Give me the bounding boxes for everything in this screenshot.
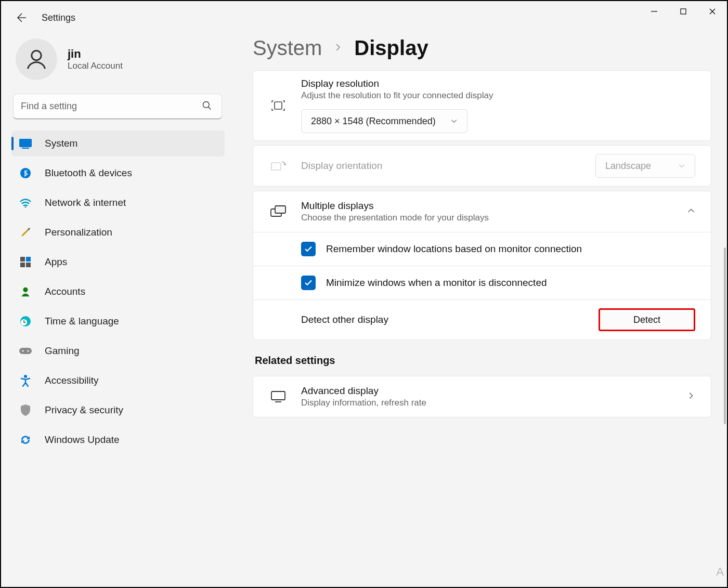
advanced-display-card[interactable]: Advanced display Display information, re… bbox=[253, 376, 711, 417]
maximize-button[interactable] bbox=[669, 1, 698, 22]
svg-rect-7 bbox=[19, 139, 32, 147]
sidebar-item-label: Privacy & security bbox=[45, 404, 123, 416]
multiple-displays-icon bbox=[269, 205, 288, 218]
app-title: Settings bbox=[42, 12, 75, 23]
sidebar-item-network[interactable]: Network & internet bbox=[11, 190, 225, 216]
back-button[interactable] bbox=[15, 10, 29, 25]
advanced-title: Advanced display bbox=[301, 385, 673, 397]
close-button[interactable] bbox=[698, 1, 727, 22]
resolution-icon bbox=[269, 99, 288, 112]
sidebar-item-accessibility[interactable]: Accessibility bbox=[11, 368, 225, 394]
back-arrow-icon bbox=[16, 11, 28, 24]
remember-locations-checkbox[interactable] bbox=[301, 242, 316, 256]
multiple-title: Multiple displays bbox=[301, 200, 673, 212]
resolution-selected: 2880 × 1548 (Recommended) bbox=[311, 116, 436, 127]
scrollbar-thumb[interactable] bbox=[724, 247, 726, 424]
ime-indicator: A bbox=[716, 565, 724, 579]
sidebar-item-label: Accounts bbox=[45, 286, 85, 297]
search-wrapper bbox=[14, 94, 225, 119]
svg-rect-25 bbox=[275, 206, 285, 213]
detect-label: Detect other display bbox=[301, 314, 388, 325]
profile-subtitle: Local Account bbox=[68, 61, 123, 71]
resolution-title: Display resolution bbox=[301, 78, 695, 89]
sidebar-item-accounts[interactable]: Accounts bbox=[11, 279, 225, 305]
sidebar-item-bluetooth[interactable]: Bluetooth & devices bbox=[11, 160, 225, 186]
detect-display-row: Detect other display Detect bbox=[253, 299, 711, 339]
sidebar-item-apps[interactable]: Apps bbox=[11, 249, 225, 275]
svg-point-4 bbox=[32, 51, 41, 60]
sidebar-item-label: Network & internet bbox=[45, 197, 126, 208]
sidebar-item-label: Windows Update bbox=[45, 434, 120, 446]
svg-rect-23 bbox=[271, 163, 281, 170]
breadcrumb-parent[interactable]: System bbox=[253, 36, 322, 60]
svg-point-19 bbox=[22, 350, 24, 352]
orientation-icon bbox=[269, 160, 288, 172]
wifi-icon bbox=[19, 196, 32, 210]
sidebar-item-update[interactable]: Windows Update bbox=[11, 427, 225, 453]
detect-button[interactable]: Detect bbox=[599, 308, 695, 331]
search-input[interactable] bbox=[14, 94, 222, 119]
resolution-subtitle: Adjust the resolution to fit your connec… bbox=[301, 90, 695, 101]
sidebar-item-system[interactable]: System bbox=[11, 130, 225, 156]
chevron-right-icon bbox=[333, 43, 343, 54]
minimize-windows-row[interactable]: Minimize windows when a monitor is disco… bbox=[253, 266, 711, 299]
brush-icon bbox=[19, 226, 32, 239]
minimize-icon bbox=[651, 8, 658, 15]
display-orientation-card: Display orientation Landscape bbox=[253, 145, 711, 187]
avatar bbox=[16, 38, 57, 80]
maximize-icon bbox=[680, 8, 687, 15]
orientation-selected: Landscape bbox=[605, 161, 651, 172]
svg-rect-22 bbox=[275, 102, 282, 109]
multiple-subtitle: Choose the presentation mode for your di… bbox=[301, 213, 673, 223]
orientation-title: Display orientation bbox=[301, 160, 582, 172]
sidebar: jin Local Account System Bluetooth & dev… bbox=[1, 33, 230, 583]
breadcrumb-current: Display bbox=[354, 36, 428, 60]
svg-point-20 bbox=[28, 350, 29, 352]
update-icon bbox=[19, 433, 32, 447]
search-icon bbox=[202, 100, 212, 113]
sidebar-item-label: Apps bbox=[45, 256, 67, 268]
svg-line-6 bbox=[209, 107, 211, 110]
remember-locations-row[interactable]: Remember window locations based on monit… bbox=[253, 232, 711, 266]
monitor-icon bbox=[269, 390, 288, 403]
multiple-displays-header[interactable]: Multiple displays Choose the presentatio… bbox=[253, 191, 711, 232]
nav-list: System Bluetooth & devices Network & int… bbox=[11, 130, 225, 453]
chevron-down-icon bbox=[678, 162, 685, 169]
svg-rect-13 bbox=[20, 263, 25, 267]
remember-locations-label: Remember window locations based on monit… bbox=[326, 243, 582, 255]
svg-rect-11 bbox=[20, 257, 25, 262]
account-icon bbox=[19, 285, 32, 298]
chevron-right-icon bbox=[687, 391, 695, 402]
profile-block[interactable]: jin Local Account bbox=[11, 33, 225, 93]
multiple-displays-card: Multiple displays Choose the presentatio… bbox=[253, 191, 711, 340]
sidebar-item-gaming[interactable]: Gaming bbox=[11, 338, 225, 364]
minimize-windows-checkbox[interactable] bbox=[301, 276, 316, 290]
close-icon bbox=[709, 8, 716, 15]
apps-icon bbox=[19, 255, 32, 269]
resolution-dropdown[interactable]: 2880 × 1548 (Recommended) bbox=[301, 109, 467, 133]
minimize-windows-label: Minimize windows when a monitor is disco… bbox=[326, 277, 547, 289]
svg-point-21 bbox=[24, 375, 27, 378]
sidebar-item-label: Gaming bbox=[45, 345, 80, 357]
orientation-dropdown: Landscape bbox=[595, 154, 695, 178]
sidebar-item-time[interactable]: Time & language bbox=[11, 308, 225, 334]
svg-point-9 bbox=[20, 168, 31, 178]
related-settings-heading: Related settings bbox=[255, 355, 711, 367]
sidebar-item-label: System bbox=[45, 138, 77, 149]
advanced-subtitle: Display information, refresh rate bbox=[301, 398, 673, 408]
display-resolution-card: Display resolution Adjust the resolution… bbox=[253, 70, 711, 141]
sidebar-item-personalization[interactable]: Personalization bbox=[11, 219, 225, 245]
chevron-up-icon bbox=[687, 206, 695, 217]
svg-rect-8 bbox=[22, 148, 29, 149]
svg-rect-26 bbox=[271, 391, 285, 400]
sidebar-item-label: Time & language bbox=[45, 316, 119, 327]
minimize-button[interactable] bbox=[640, 1, 669, 22]
main-content: System Display Display resolution Adjust… bbox=[230, 33, 727, 583]
breadcrumb: System Display bbox=[253, 36, 711, 60]
sidebar-item-label: Accessibility bbox=[45, 375, 98, 386]
svg-point-15 bbox=[23, 288, 28, 292]
sidebar-item-privacy[interactable]: Privacy & security bbox=[11, 397, 225, 423]
shield-icon bbox=[19, 403, 32, 417]
svg-rect-14 bbox=[26, 263, 31, 267]
svg-rect-1 bbox=[681, 9, 686, 14]
